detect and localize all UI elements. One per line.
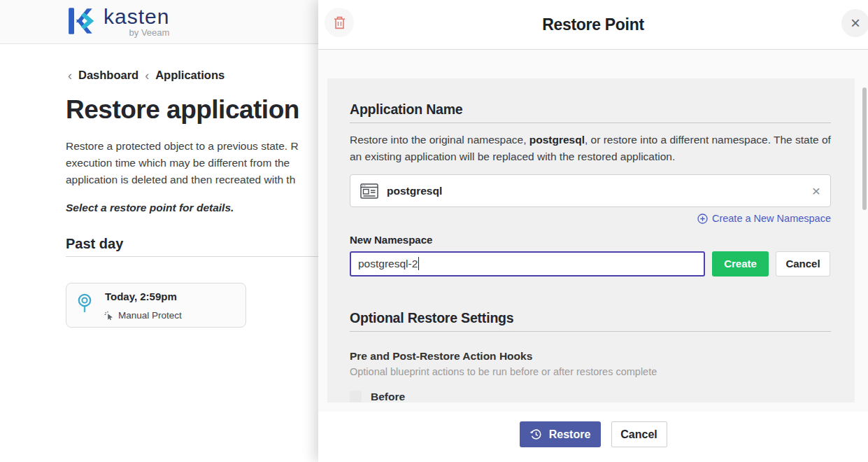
new-namespace-value: postgresql-2 xyxy=(358,258,418,270)
new-namespace-row: postgresql-2 Create Cancel xyxy=(350,251,831,276)
restore-button[interactable]: Restore xyxy=(520,421,601,447)
divider xyxy=(350,331,831,332)
restore-settings-panel: Application Name Restore into the origin… xyxy=(327,78,855,402)
manual-protect-cursor-icon xyxy=(104,311,114,321)
kasten-logo[interactable]: kasten by Veeam xyxy=(66,6,169,38)
brand-byline: by Veeam xyxy=(104,27,169,38)
restore-point-pin-icon xyxy=(77,293,92,315)
action-hooks-description: Optional blueprint actions to be run bef… xyxy=(350,366,831,377)
namespace-name-bold: postgresql xyxy=(529,134,585,146)
breadcrumb: ‹ Dashboard ‹ Applications xyxy=(68,69,225,82)
application-name-value: postgresql xyxy=(387,185,812,197)
before-checkbox[interactable] xyxy=(350,391,362,402)
new-namespace-label: New Namespace xyxy=(350,234,831,246)
new-namespace-input[interactable]: postgresql-2 xyxy=(350,251,705,276)
application-name-heading: Application Name xyxy=(350,102,831,118)
modal-header: Restore Point × xyxy=(318,0,868,50)
scrollbar-thumb[interactable] xyxy=(862,88,867,210)
modal-scroll-area: Application Name Restore into the origin… xyxy=(318,50,868,412)
application-window-icon xyxy=(360,183,378,199)
before-checkbox-label: Before xyxy=(371,391,405,403)
restore-point-card[interactable]: Today, 2:59pm Manual Protect xyxy=(66,283,246,328)
application-name-description: Restore into the original namespace, pos… xyxy=(350,132,831,165)
page-title: Restore application xyxy=(66,95,299,125)
cancel-namespace-button[interactable]: Cancel xyxy=(776,251,830,276)
create-new-namespace-link[interactable]: Create a New Namespace xyxy=(697,213,831,224)
page-note: Select a restore point for details. xyxy=(66,202,234,214)
cancel-button[interactable]: Cancel xyxy=(611,421,667,447)
create-namespace-button[interactable]: Create xyxy=(712,251,769,276)
restore-button-label: Restore xyxy=(549,428,591,441)
kasten-logo-icon xyxy=(66,6,97,36)
section-title-past-day: Past day xyxy=(66,236,123,252)
breadcrumb-dashboard[interactable]: Dashboard xyxy=(78,69,138,82)
text-caret xyxy=(418,257,419,270)
page-description: Restore a protected object to a previous… xyxy=(66,138,299,188)
plus-circle-icon xyxy=(697,214,708,224)
optional-restore-settings-heading: Optional Restore Settings xyxy=(350,310,831,326)
restore-point-modal: Restore Point × Application Name Restore… xyxy=(318,0,868,462)
create-namespace-link-row: Create a New Namespace xyxy=(350,213,831,227)
create-new-namespace-label: Create a New Namespace xyxy=(712,213,831,224)
modal-title: Restore Point xyxy=(318,0,868,49)
modal-footer: Restore Cancel xyxy=(318,412,868,462)
page-description-line: application is deleted and then recreate… xyxy=(66,172,299,188)
restore-history-icon xyxy=(529,428,543,441)
application-name-input[interactable]: postgresql × xyxy=(350,174,831,207)
restore-point-subtitle: Manual Protect xyxy=(104,310,182,321)
brand-name: kasten xyxy=(104,6,169,28)
chevron-left-icon: ‹ xyxy=(68,69,72,82)
close-icon[interactable]: × xyxy=(841,9,868,37)
restore-point-type: Manual Protect xyxy=(118,310,182,321)
chevron-left-icon: ‹ xyxy=(145,69,149,82)
page-description-line: Restore a protected object to a previous… xyxy=(66,138,299,155)
action-hooks-title: Pre and Post-Restore Action Hooks xyxy=(350,350,831,363)
restore-point-time: Today, 2:59pm xyxy=(105,290,177,302)
breadcrumb-applications[interactable]: Applications xyxy=(155,69,225,82)
page-description-line: execution time which may be different fr… xyxy=(66,155,299,172)
clear-application-icon[interactable]: × xyxy=(812,184,820,198)
checkbox-row-before: Before xyxy=(350,391,831,403)
divider xyxy=(350,122,831,123)
